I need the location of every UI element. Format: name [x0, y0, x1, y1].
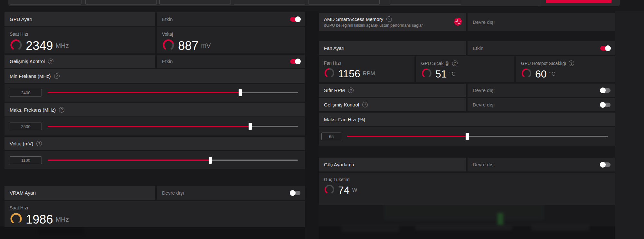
min-frequency-slider[interactable] [48, 92, 298, 93]
max-fan-input[interactable] [321, 133, 341, 140]
gpu-settings-status: Etkin [162, 16, 290, 22]
gpu-advanced-title-cell: Gelişmiş Kontrol ? [5, 55, 155, 68]
gpu-clock-unit: MHz [56, 42, 69, 50]
gpu-advanced-control-row: Gelişmiş Kontrol ? Etkin [5, 55, 305, 68]
gpu-temp-label: GPU Sıcaklığı [421, 61, 450, 66]
cut-off-button[interactable] [85, 0, 157, 5]
zero-rpm-status-cell: Devre dışı [468, 84, 615, 97]
max-fan-slider[interactable] [347, 136, 608, 137]
slider-thumb[interactable] [239, 89, 242, 96]
fan-status-cell: Etkin [468, 41, 615, 55]
brain-icon [453, 17, 463, 26]
zero-rpm-row: Sıfır RPM ? Devre dışı [319, 84, 615, 97]
help-icon[interactable]: ? [569, 60, 574, 66]
gpu-temp-value: 51 [435, 68, 447, 80]
max-frequency-slider-cell [5, 117, 305, 135]
power-consumption-cell: Güç Tüketimi 74 W [319, 173, 615, 205]
power-header-row: Güç Ayarlama Devre dışı [319, 158, 615, 171]
strip-divider [540, 0, 540, 6]
cut-off-button[interactable] [308, 0, 380, 5]
vram-clock-gauge-icon [10, 212, 23, 226]
help-icon[interactable]: ? [54, 73, 60, 79]
slider-thumb[interactable] [249, 123, 252, 130]
vram-header-row: VRAM Ayarı Devre dışı [5, 186, 305, 200]
help-icon[interactable]: ? [348, 87, 354, 93]
fan-advanced-label: Gelişmiş Kontrol [324, 102, 359, 107]
slider-fill [347, 136, 467, 137]
zero-rpm-status: Devre dışı [473, 87, 600, 93]
voltage-label-row: Voltaj (mV) ? [5, 137, 305, 150]
vram-clock-unit: MHz [56, 216, 69, 223]
hotspot-temp-gauge-icon [521, 68, 532, 80]
zero-rpm-toggle[interactable] [600, 88, 611, 93]
min-frequency-label-row: Min Frekans (MHz) ? [5, 69, 305, 83]
slider-thumb[interactable] [209, 157, 212, 164]
fan-speed-label: Fan Hızı [324, 60, 414, 66]
min-frequency-label: Min Frekans (MHz) [10, 73, 51, 79]
dimmed-background-shape [531, 224, 589, 231]
voltage-slider[interactable] [48, 160, 298, 161]
help-icon[interactable]: ? [362, 102, 368, 107]
cut-off-button[interactable] [234, 0, 305, 5]
sam-title: AMD SmartAccess Memory [324, 16, 383, 22]
gpu-settings-toggle[interactable] [290, 17, 300, 22]
fan-section: Fan Ayarı Etkin Fan Hızı 1156 RPM GPU Sı… [319, 41, 615, 147]
sam-status: Devre dışı [473, 19, 611, 25]
max-fan-label-row: Maks. Fan Hızı (%) [319, 113, 615, 126]
help-icon[interactable]: ? [452, 60, 458, 66]
hotspot-temp-unit: °C [549, 71, 555, 77]
min-frequency-label-cell: Min Frekans (MHz) ? [5, 69, 305, 83]
hotspot-temp-cell: GPU Hotspot Sıcaklığı ? 60 °C [516, 56, 615, 82]
left-column: GPU Ayarı Etkin Saat Hızı 2349 MHz Volta… [5, 12, 305, 170]
dimmed-background-shape [341, 225, 399, 232]
vram-title: VRAM Ayarı [10, 190, 36, 196]
right-margin-background [615, 11, 644, 239]
max-fan-label-cell: Maks. Fan Hızı (%) [319, 113, 615, 126]
max-frequency-input[interactable] [10, 123, 42, 130]
help-icon[interactable]: ? [48, 59, 53, 64]
accent-action-button[interactable] [546, 0, 611, 3]
gpu-settings-header-row: GPU Ayarı Etkin [5, 12, 305, 26]
power-toggle[interactable] [600, 162, 611, 167]
max-frequency-label-cell: Maks. Frekans (MHz) ? [5, 103, 305, 116]
gpu-voltage-value: 887 [178, 39, 198, 53]
slider-thumb[interactable] [466, 133, 469, 140]
max-frequency-slider-row [5, 117, 305, 135]
power-consumption-value: 74 [338, 184, 350, 196]
gpu-advanced-status: Etkin [162, 59, 290, 64]
sam-subtitle: dGPU belleğinin kilidini açarak üstün pe… [324, 23, 450, 28]
fan-gauges-row: Fan Hızı 1156 RPM GPU Sıcaklığı ? 51 °C [319, 56, 615, 82]
fan-header-row: Fan Ayarı Etkin [319, 41, 615, 55]
fan-speed-cell: Fan Hızı 1156 RPM [319, 56, 414, 82]
fan-status: Etkin [473, 45, 600, 51]
toggle-knob [600, 102, 606, 108]
help-icon[interactable]: ? [59, 107, 64, 113]
help-icon[interactable]: ? [386, 16, 392, 22]
gpu-voltage-gauge-icon [162, 39, 175, 53]
power-consumption-label: Güç Tüketimi [324, 177, 615, 182]
min-frequency-input[interactable] [10, 89, 42, 97]
gpu-advanced-toggle[interactable] [290, 59, 300, 64]
smart-access-memory-section: AMD SmartAccess Memory ? dGPU belleğinin… [319, 13, 615, 32]
fan-toggle[interactable] [600, 46, 611, 51]
max-frequency-label-row: Maks. Frekans (MHz) ? [5, 103, 305, 116]
slider-fill [48, 92, 240, 93]
fan-advanced-title-cell: Gelişmiş Kontrol ? [319, 98, 466, 111]
power-title-cell: Güç Ayarlama [319, 158, 466, 171]
vram-section: VRAM Ayarı Devre dışı Saat Hızı 1986 MHz [5, 186, 305, 228]
vram-toggle[interactable] [290, 191, 300, 195]
fan-advanced-row: Gelişmiş Kontrol ? Devre dışı [319, 98, 615, 111]
cut-off-button[interactable] [390, 0, 461, 5]
cut-off-button[interactable] [10, 0, 81, 5]
fan-advanced-toggle[interactable] [600, 103, 611, 107]
slider-fill [48, 126, 250, 127]
voltage-input[interactable] [10, 156, 42, 164]
max-frequency-slider[interactable] [48, 126, 298, 127]
slider-fill [48, 160, 210, 161]
cut-off-button[interactable] [159, 0, 231, 5]
gpu-settings-title: GPU Ayarı [10, 16, 33, 22]
min-frequency-slider-row [5, 84, 305, 102]
fan-advanced-status: Devre dışı [473, 102, 600, 107]
help-icon[interactable]: ? [36, 141, 42, 146]
gpu-settings-title-cell: GPU Ayarı [5, 12, 155, 26]
